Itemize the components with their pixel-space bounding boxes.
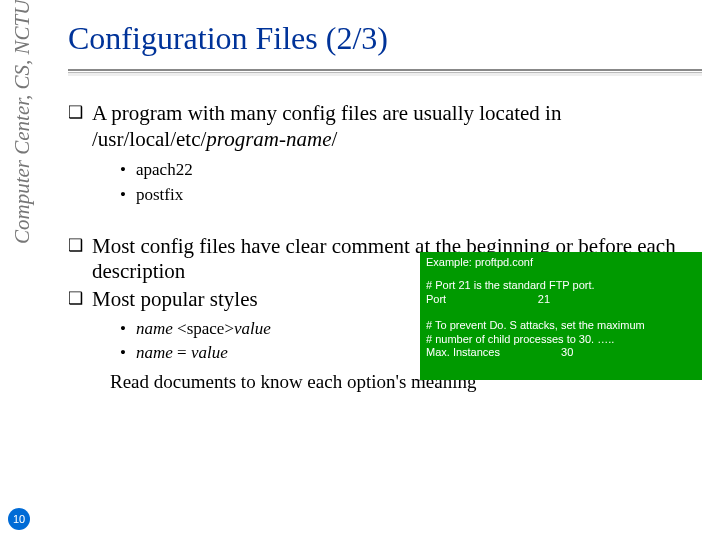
bullet-1-path-prefix: /usr/local/etc/	[92, 127, 206, 151]
example-box-title: Example: proftpd.conf	[426, 256, 696, 270]
example-line: Port 21	[426, 293, 696, 307]
bullet-1: A program with many config files are usu…	[68, 101, 702, 152]
bullet-1-path-italic: program-name	[206, 127, 331, 151]
bullet-1-text: A program with many config files are usu…	[92, 101, 561, 125]
sub-item-apache: apach22	[120, 160, 702, 181]
sidebar-label: Computer Center, CS, NCTU	[10, 0, 35, 325]
page-number-badge: 10	[8, 508, 30, 530]
body: A program with many config files are usu…	[68, 101, 702, 393]
style-a: name <space>value	[120, 319, 702, 340]
bullet-1-path-suffix: /	[332, 127, 338, 151]
row-2: Most config files have clear comment at …	[68, 234, 702, 313]
title-divider	[68, 69, 702, 73]
content-area: Configuration Files (2/3) A program with…	[68, 20, 702, 393]
bullet-3-text: Most popular styles	[92, 287, 258, 311]
sub-item-postfix: postfix	[120, 185, 702, 206]
sub-list-1: apach22 postfix	[120, 160, 702, 205]
example-block-1: # Port 21 is the standard FTP port. Port…	[426, 279, 696, 307]
style-b: name = value	[120, 343, 702, 364]
slide-title: Configuration Files (2/3)	[68, 20, 702, 57]
example-line: # Port 21 is the standard FTP port.	[426, 279, 696, 293]
slide: Computer Center, CS, NCTU 10 Configurati…	[0, 0, 720, 540]
